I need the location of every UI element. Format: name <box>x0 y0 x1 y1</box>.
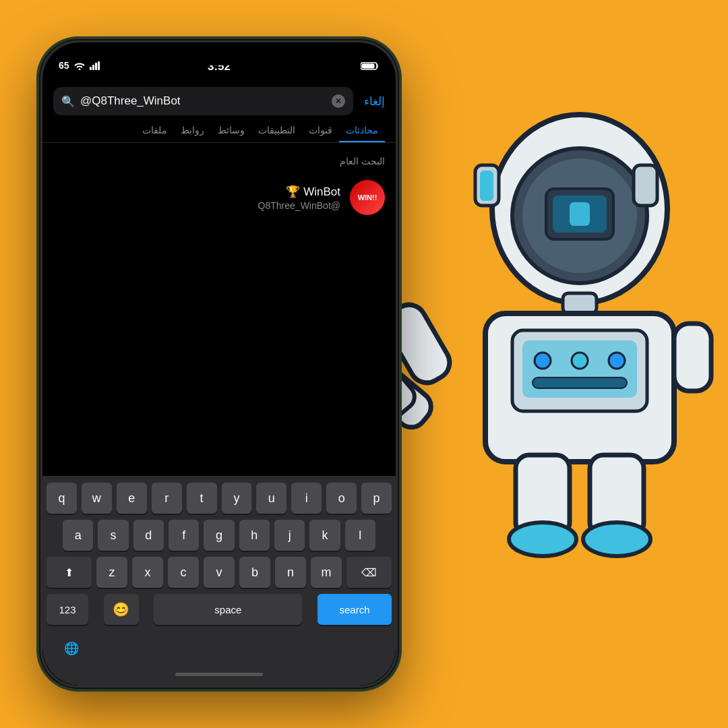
tabs-row: محادثات قنوات التطبيقات وسائط روابط ملفا… <box>42 118 396 143</box>
key-e[interactable]: e <box>117 483 147 514</box>
search-area: 🔍 @Q8Three_WinBot ✕ إلغاء <box>42 79 396 115</box>
search-icon: 🔍 <box>61 95 75 108</box>
key-i[interactable]: i <box>291 483 322 514</box>
svg-rect-33 <box>95 63 97 70</box>
key-n[interactable]: n <box>275 557 306 588</box>
key-shift[interactable]: ⬆ <box>47 557 92 588</box>
key-a[interactable]: a <box>63 520 93 551</box>
key-j[interactable]: j <box>274 520 305 551</box>
contact-handle: @Q8Three_WinBot <box>53 200 340 211</box>
svg-rect-7 <box>634 165 657 206</box>
key-search[interactable]: search <box>317 594 392 625</box>
key-b[interactable]: b <box>239 557 270 588</box>
phone: 65 3:52 <box>40 40 398 688</box>
key-x[interactable]: x <box>132 557 163 588</box>
svg-rect-26 <box>674 324 711 391</box>
phone-body: 65 3:52 <box>40 40 398 688</box>
svg-rect-36 <box>362 64 375 69</box>
keyboard-row-3: ⬆ z x c v b n m ⌫ <box>47 557 392 588</box>
key-p[interactable]: p <box>361 483 392 514</box>
clear-button[interactable]: ✕ <box>332 94 345 108</box>
contact-info: WinBot 🏆 @Q8Three_WinBot <box>53 185 340 211</box>
avatar-inner: WIN!! <box>350 180 385 215</box>
section-label: البحث العام <box>42 150 396 172</box>
svg-point-13 <box>535 353 551 369</box>
key-emoji[interactable]: 😊 <box>104 594 139 625</box>
search-input[interactable]: @Q8Three_WinBot <box>80 94 326 108</box>
key-s[interactable]: s <box>98 520 128 551</box>
key-g[interactable]: g <box>204 520 234 551</box>
key-y[interactable]: y <box>222 483 252 514</box>
svg-rect-16 <box>533 377 627 388</box>
status-right <box>361 61 380 73</box>
tab-files[interactable]: ملفات <box>135 118 174 142</box>
key-123[interactable]: 123 <box>47 594 88 625</box>
key-u[interactable]: u <box>256 483 286 514</box>
status-left: 65 <box>59 60 102 73</box>
keyboard: q w e r t y u i o p a s d f g <box>42 476 396 686</box>
key-o[interactable]: o <box>326 483 357 514</box>
key-r[interactable]: r <box>152 483 182 514</box>
key-d[interactable]: d <box>133 520 164 551</box>
key-space[interactable]: space <box>154 594 302 625</box>
contact-name: WinBot 🏆 <box>53 185 340 199</box>
wifi-icon <box>73 61 86 70</box>
tab-channels[interactable]: قنوات <box>302 118 339 142</box>
key-t[interactable]: t <box>187 483 217 514</box>
keyboard-row-1: q w e r t y u i o p <box>47 483 392 514</box>
contact-avatar: WIN!! <box>350 180 385 215</box>
keyboard-row-4: 123 😊 space search <box>47 594 392 625</box>
key-v[interactable]: v <box>204 557 235 588</box>
search-bar[interactable]: 🔍 @Q8Three_WinBot ✕ <box>53 87 353 115</box>
home-indicator <box>47 667 392 686</box>
key-backspace[interactable]: ⌫ <box>346 557 392 588</box>
svg-rect-34 <box>98 61 100 70</box>
battery-level: 65 <box>59 60 69 71</box>
svg-point-14 <box>572 353 588 369</box>
svg-point-30 <box>583 522 650 556</box>
key-z[interactable]: z <box>96 557 127 588</box>
key-globe[interactable]: 🌐 <box>53 633 90 664</box>
key-c[interactable]: c <box>168 557 199 588</box>
key-l[interactable]: l <box>345 520 375 551</box>
svg-rect-8 <box>480 171 493 201</box>
svg-rect-31 <box>90 67 92 70</box>
svg-rect-32 <box>92 65 94 70</box>
key-m[interactable]: m <box>311 557 342 588</box>
cancel-button[interactable]: إلغاء <box>364 94 385 109</box>
svg-point-15 <box>609 353 625 369</box>
svg-rect-5 <box>570 202 590 226</box>
signal-icon <box>90 61 102 70</box>
robot-illustration <box>351 0 728 728</box>
tab-conversations[interactable]: محادثات <box>339 118 385 142</box>
svg-rect-9 <box>563 293 597 313</box>
tab-apps[interactable]: التطبيقات <box>251 118 302 142</box>
key-q[interactable]: q <box>47 483 77 514</box>
phone-screen: 65 3:52 <box>42 42 396 686</box>
tab-links[interactable]: روابط <box>174 118 211 142</box>
keyboard-row-2: a s d f g h j k l <box>47 520 392 551</box>
svg-point-29 <box>509 522 576 556</box>
notch <box>169 42 270 65</box>
key-h[interactable]: h <box>239 520 270 551</box>
home-bar <box>175 673 263 676</box>
key-k[interactable]: k <box>309 520 340 551</box>
tab-media[interactable]: وسائط <box>211 118 251 142</box>
key-w[interactable]: w <box>82 483 112 514</box>
key-f[interactable]: f <box>169 520 199 551</box>
keyboard-extra-row: 🌐 <box>47 630 392 667</box>
battery-icon <box>361 61 380 71</box>
